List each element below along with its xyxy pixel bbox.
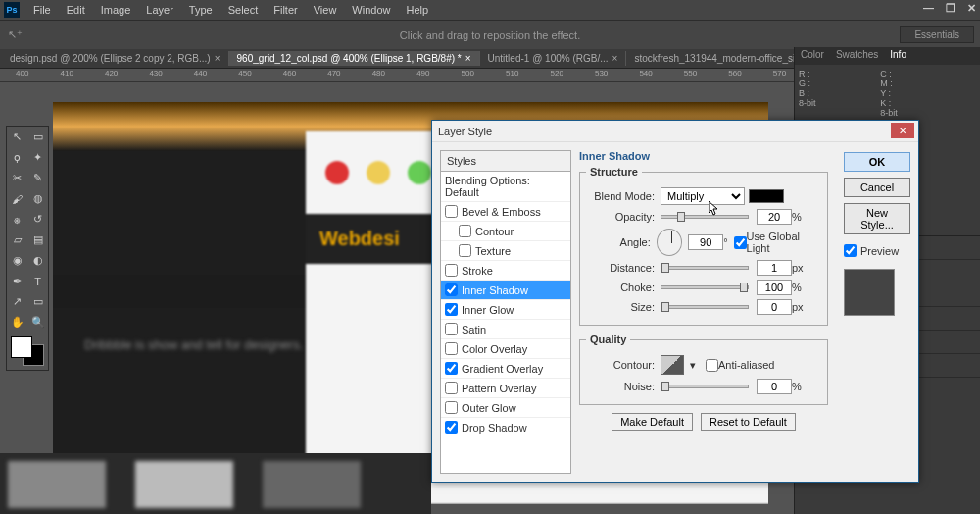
thumbnail[interactable] [263,461,361,508]
reset-default-button[interactable]: Reset to Default [701,413,796,431]
blend-mode-select[interactable]: Multiply [661,187,745,205]
history-brush-icon[interactable]: ↺ [27,209,48,230]
path-tool-icon[interactable]: ↗ [7,291,27,312]
choke-input[interactable] [757,280,792,295]
menu-type[interactable]: Type [181,4,220,16]
angle-dial[interactable] [657,229,682,256]
heal-tool-icon[interactable]: ◍ [27,188,48,209]
style-row-contour[interactable]: Contour [441,222,570,241]
menu-window[interactable]: Window [344,4,398,16]
stamp-tool-icon[interactable]: ⎈ [7,209,27,230]
style-row-drop-shadow[interactable]: Drop Shadow [441,418,570,437]
style-checkbox[interactable] [459,225,471,237]
tab-close-icon[interactable]: × [215,53,220,64]
menu-layer[interactable]: Layer [138,4,181,16]
style-checkbox[interactable] [445,401,458,414]
panel-tab-swatches[interactable]: Swatches [830,47,884,65]
shape-tool-icon[interactable]: ▭ [27,291,48,312]
distance-input[interactable] [757,260,792,276]
pen-tool-icon[interactable]: ✒ [7,271,27,291]
brush-tool-icon[interactable]: 🖌 [7,188,27,209]
hand-tool-icon[interactable]: ✋ [7,312,27,333]
style-row-inner-shadow[interactable]: Inner Shadow [441,281,570,300]
type-tool-icon[interactable]: T [27,271,48,291]
ok-button[interactable]: OK [844,152,910,172]
style-checkbox[interactable] [445,264,458,277]
menu-edit[interactable]: Edit [59,4,93,16]
panel-tab-info[interactable]: Info [884,47,912,65]
contour-picker[interactable] [661,355,684,375]
angle-input[interactable] [688,234,723,250]
make-default-button[interactable]: Make Default [612,413,693,431]
menu-select[interactable]: Select [220,4,267,16]
style-row-inner-glow[interactable]: Inner Glow [441,300,570,320]
blur-tool-icon[interactable]: ◉ [7,250,27,271]
style-row-color-overlay[interactable]: Color Overlay [441,339,570,359]
style-label: Satin [462,324,486,335]
marquee-tool-icon[interactable]: ▭ [27,127,48,147]
noise-input[interactable] [757,379,792,394]
shadow-color-swatch[interactable] [749,189,784,203]
style-checkbox[interactable] [445,362,458,375]
distance-slider[interactable] [661,266,749,270]
style-row-satin[interactable]: Satin [441,320,570,339]
style-checkbox[interactable] [445,323,458,335]
style-row-bevel-emboss[interactable]: Bevel & Emboss [441,202,570,222]
doc-tab[interactable]: 960_grid_12_col.psd @ 400% (Ellipse 1, R… [229,51,480,66]
doc-tab[interactable]: Untitled-1 @ 100% (RGB/...× [480,51,627,66]
menu-file[interactable]: File [25,4,59,16]
style-checkbox[interactable] [459,244,471,257]
choke-slider[interactable] [661,285,749,289]
style-checkbox[interactable] [445,303,458,316]
cancel-button[interactable]: Cancel [844,178,910,197]
style-checkbox[interactable] [445,342,458,355]
menu-view[interactable]: View [306,4,345,16]
lasso-tool-icon[interactable]: ϙ [7,147,27,168]
dialog-titlebar[interactable]: Layer Style ✕ [432,121,918,142]
blending-options-row[interactable]: Blending Options: Default [441,172,570,202]
style-checkbox[interactable] [445,283,458,296]
style-checkbox[interactable] [445,421,458,434]
zoom-tool-icon[interactable]: 🔍 [27,312,48,333]
opacity-input[interactable] [757,209,792,225]
thumbnail[interactable] [135,461,233,508]
new-style-button[interactable]: New Style... [844,203,910,234]
opacity-slider[interactable] [661,215,749,219]
size-slider[interactable] [661,305,749,309]
maximize-icon[interactable]: ❐ [946,2,956,15]
style-row-outer-glow[interactable]: Outer Glow [441,398,570,418]
tab-close-icon[interactable]: × [466,53,471,64]
style-row-stroke[interactable]: Stroke [441,261,570,281]
tab-close-icon[interactable]: × [612,53,618,64]
color-swatch[interactable] [11,336,44,366]
style-row-texture[interactable]: Texture [441,241,570,261]
eraser-tool-icon[interactable]: ▱ [7,230,27,250]
minimize-icon[interactable]: — [923,2,934,15]
wand-tool-icon[interactable]: ✦ [27,147,48,168]
preview-checkbox[interactable] [844,244,857,257]
move-tool-icon[interactable]: ↖ [7,127,27,147]
close-icon[interactable]: ✕ [967,2,976,15]
effect-title: Inner Shadow [579,150,828,162]
move-tool-icon[interactable]: ↖⁺ [8,28,23,41]
style-checkbox[interactable] [445,205,458,218]
thumbnail[interactable] [8,461,106,508]
noise-slider[interactable] [661,385,749,388]
panel-tab-color[interactable]: Color [795,47,830,65]
dialog-close-icon[interactable]: ✕ [891,123,914,138]
dodge-tool-icon[interactable]: ◐ [27,250,48,271]
crop-tool-icon[interactable]: ✂ [7,168,27,188]
style-checkbox[interactable] [445,382,458,394]
workspace-selector[interactable]: Essentials [900,26,974,43]
doc-tab[interactable]: design.psd @ 200% (Ellipse 2 copy 2, RGB… [2,51,229,66]
gradient-tool-icon[interactable]: ▤ [27,230,48,250]
menu-help[interactable]: Help [398,4,436,16]
global-light-checkbox[interactable] [734,236,747,249]
antialias-checkbox[interactable] [706,359,718,372]
menu-image[interactable]: Image [93,4,139,16]
style-row-pattern-overlay[interactable]: Pattern Overlay [441,379,570,398]
style-row-gradient-overlay[interactable]: Gradient Overlay [441,359,570,379]
menu-filter[interactable]: Filter [266,4,305,16]
size-input[interactable] [757,299,792,315]
eyedropper-tool-icon[interactable]: ✎ [27,168,48,188]
